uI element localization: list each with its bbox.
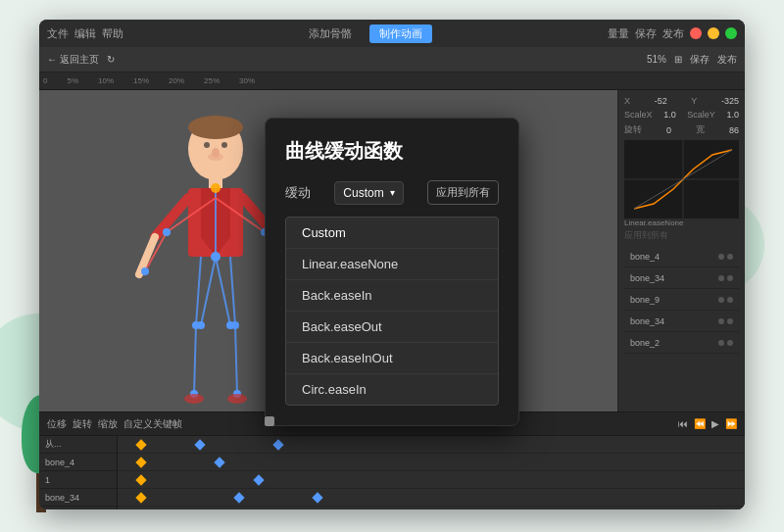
btn-export-top[interactable]: 发布	[662, 26, 684, 41]
btn-save-top[interactable]: 保存	[635, 26, 657, 41]
easing-option-5[interactable]: Circ.easeIn	[286, 374, 498, 405]
tab-add-bone[interactable]: 添加骨骼	[299, 24, 362, 43]
bone-dots-1	[718, 275, 733, 281]
apply-label: 应用到所有	[624, 229, 739, 242]
svg-point-31	[231, 321, 239, 329]
scale-y-value: 1.0	[726, 110, 739, 120]
fit-button[interactable]: ⊞	[674, 54, 682, 65]
export-button[interactable]: 发布	[717, 53, 737, 67]
easing-option-0[interactable]: Custom	[286, 218, 498, 249]
keyframe-row-2	[118, 471, 745, 489]
bone-dot	[718, 254, 724, 260]
back-button[interactable]: ← 返回主页	[47, 53, 99, 67]
keyframe-row-0	[118, 436, 745, 454]
timeline-tracks: 从... bone_4 1 bone_34	[39, 436, 745, 509]
keyframe-diamond[interactable]	[135, 474, 146, 485]
timeline-label-3: 自定义关键帧	[123, 417, 182, 431]
bone-dot	[718, 340, 724, 346]
ruler-tick-0: 0	[43, 76, 47, 85]
keyframe-diamond[interactable]	[214, 457, 224, 467]
bone-dot	[718, 275, 724, 281]
keyframe-diamond[interactable]	[233, 492, 244, 503]
ruler-tick-1: 5%	[67, 76, 78, 85]
timeline-label-1: 旋转	[73, 417, 92, 431]
svg-point-20	[211, 183, 220, 193]
corner-resize-handle[interactable]	[265, 416, 274, 426]
keyframe-diamond[interactable]	[135, 492, 146, 503]
svg-point-21	[163, 228, 171, 236]
title-bar-right: 量量 保存 发布	[608, 26, 737, 41]
bone-name-4: bone_2	[630, 338, 660, 348]
bone-dots-2	[718, 297, 733, 303]
dropdown-value: Custom	[343, 186, 383, 200]
menu-help[interactable]: 帮助	[102, 26, 123, 41]
play-skip-start[interactable]: ⏮	[678, 418, 688, 429]
easing-graph-svg	[624, 140, 739, 218]
track-label-2: 1	[39, 471, 117, 489]
timeline-label-0: 位移	[47, 417, 67, 431]
track-labels: 从... bone_4 1 bone_34	[39, 436, 118, 509]
toolbar: ← 返回主页 ↻ 51% ⊞ 保存 发布	[39, 47, 745, 73]
close-button[interactable]	[690, 27, 702, 39]
rotation-value: 0	[666, 125, 671, 135]
bone-dot	[727, 340, 733, 346]
popup-title: 曲线缓动函数	[285, 138, 499, 165]
btn-quantity[interactable]: 量量	[608, 26, 629, 41]
svg-line-10	[201, 257, 216, 325]
easing-dropdown[interactable]: Custom ▾	[334, 181, 403, 205]
svg-line-19	[235, 325, 237, 394]
rotation-row: 旋转 0 宽 86	[624, 123, 739, 136]
keyframe-diamond[interactable]	[253, 474, 264, 485]
play-backward[interactable]: ⏪	[694, 418, 706, 429]
bone-dot	[727, 275, 733, 281]
bone-dot	[718, 318, 724, 324]
timeline-label-2: 缩放	[98, 417, 118, 431]
bone-dot	[718, 297, 724, 303]
minimize-button[interactable]	[708, 27, 719, 39]
bone-name-1: bone_34	[630, 273, 664, 283]
easing-option-2[interactable]: Back.easeIn	[286, 280, 498, 312]
title-bar-center: 添加骨骼 制作动画	[299, 24, 432, 43]
chevron-down-icon: ▾	[390, 187, 395, 198]
easing-option-3[interactable]: Back.easeOut	[286, 312, 498, 343]
maximize-button[interactable]	[725, 27, 737, 39]
timeline-area: 位移 旋转 缩放 自定义关键帧 ⏮ ⏪ ▶ ⏩ 从... bone_4 1	[39, 411, 745, 509]
menu-file[interactable]: 文件	[47, 26, 69, 41]
ruler-tick-3: 15%	[133, 76, 149, 85]
bone-dot	[727, 254, 733, 260]
easing-option-1[interactable]: Linear.easeNone	[286, 249, 498, 280]
track-label-0: 从...	[39, 436, 117, 454]
easing-graph	[624, 140, 739, 218]
keyframe-diamond[interactable]	[135, 457, 146, 467]
track-label-3: bone_34	[39, 489, 117, 507]
svg-line-16	[196, 257, 201, 325]
svg-line-17	[194, 325, 196, 394]
refresh-icon[interactable]: ↻	[107, 54, 115, 65]
apply-all-button[interactable]: 应用到所有	[427, 180, 499, 205]
easing-option-4[interactable]: Back.easeInOut	[286, 343, 498, 374]
svg-point-25	[211, 252, 220, 262]
play-forward[interactable]: ▶	[711, 418, 719, 429]
ruler-tick-4: 20%	[169, 76, 184, 85]
x-value: -52	[655, 96, 667, 106]
bone-name-0: bone_4	[630, 252, 660, 262]
keyframe-diamond[interactable]	[272, 439, 283, 450]
bone-item-1: bone_34	[624, 267, 739, 289]
save-button[interactable]: 保存	[690, 53, 710, 67]
keyframe-diamond[interactable]	[194, 439, 205, 450]
ruler-tick-6: 30%	[239, 76, 255, 85]
bone-dot	[727, 297, 733, 303]
tab-animate[interactable]: 制作动画	[369, 24, 432, 43]
menu-edit[interactable]: 编辑	[74, 26, 96, 41]
easing-popup: 曲线缓动函数 缓动 Custom ▾ 应用到所有 Custom Linear.e…	[265, 118, 519, 426]
keyframe-row-1	[118, 454, 745, 471]
keyframe-diamond[interactable]	[135, 439, 146, 450]
svg-point-33	[227, 394, 247, 404]
y-value: -325	[721, 96, 739, 106]
title-bar: 文件 编辑 帮助 添加骨骼 制作动画 量量 保存 发布	[39, 20, 745, 47]
title-bar-left: 文件 编辑 帮助	[47, 26, 123, 41]
play-skip-end[interactable]: ⏩	[725, 418, 737, 429]
svg-point-35	[221, 142, 227, 148]
position-row: X -52 Y -325	[624, 96, 739, 106]
keyframe-diamond[interactable]	[312, 492, 322, 503]
